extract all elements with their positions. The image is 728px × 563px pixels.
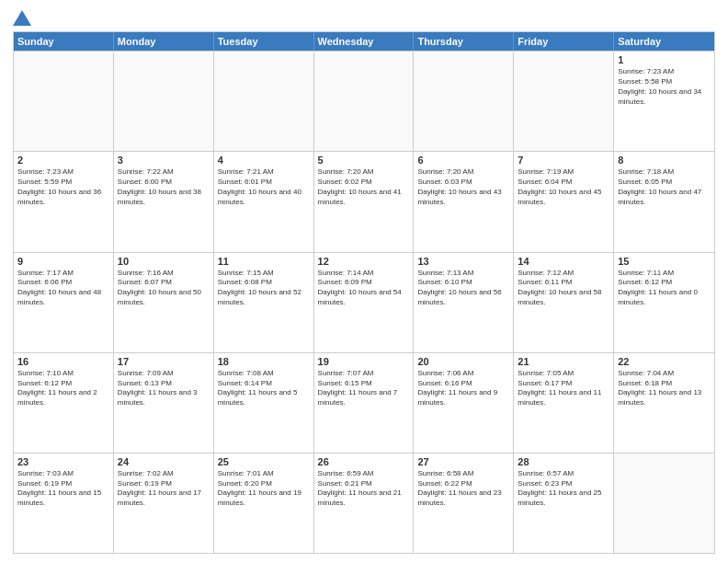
day-number: 9	[17, 256, 109, 267]
day-info: Sunrise: 7:13 AM Sunset: 6:10 PM Dayligh…	[417, 269, 509, 308]
day-number: 12	[318, 256, 410, 267]
calendar-cell-3-1: 9Sunrise: 7:17 AM Sunset: 6:06 PM Daylig…	[14, 253, 114, 352]
calendar-cell-5-2: 24Sunrise: 7:02 AM Sunset: 6:19 PM Dayli…	[114, 454, 214, 553]
day-number: 5	[318, 155, 410, 166]
calendar-cell-1-3	[214, 52, 314, 151]
day-number: 25	[218, 456, 310, 467]
day-number: 8	[618, 155, 711, 166]
day-number: 6	[417, 155, 509, 166]
weekday-header-saturday: Saturday	[614, 32, 714, 51]
calendar-cell-5-5: 27Sunrise: 6:58 AM Sunset: 6:22 PM Dayli…	[414, 454, 514, 553]
day-info: Sunrise: 7:22 AM Sunset: 6:00 PM Dayligh…	[118, 167, 210, 207]
calendar-cell-2-2: 3Sunrise: 7:22 AM Sunset: 6:00 PM Daylig…	[114, 152, 214, 251]
day-number: 14	[518, 256, 609, 267]
day-number: 22	[618, 356, 711, 367]
calendar-cell-4-7: 22Sunrise: 7:04 AM Sunset: 6:18 PM Dayli…	[614, 353, 714, 453]
calendar-cell-2-6: 7Sunrise: 7:19 AM Sunset: 6:04 PM Daylig…	[514, 152, 614, 251]
page: SundayMondayTuesdayWednesdayThursdayFrid…	[0, 0, 728, 563]
day-info: Sunrise: 7:11 AM Sunset: 6:12 PM Dayligh…	[618, 269, 711, 308]
weekday-header-wednesday: Wednesday	[314, 32, 415, 51]
day-info: Sunrise: 7:18 AM Sunset: 6:05 PM Dayligh…	[618, 167, 711, 207]
calendar-row-1: 1Sunrise: 7:23 AM Sunset: 5:58 PM Daylig…	[14, 51, 714, 151]
calendar-cell-2-5: 6Sunrise: 7:20 AM Sunset: 6:03 PM Daylig…	[414, 152, 514, 251]
day-info: Sunrise: 7:08 AM Sunset: 6:14 PM Dayligh…	[218, 369, 310, 408]
day-info: Sunrise: 6:58 AM Sunset: 6:22 PM Dayligh…	[417, 469, 509, 509]
day-number: 7	[518, 155, 609, 166]
calendar-cell-4-2: 17Sunrise: 7:09 AM Sunset: 6:13 PM Dayli…	[114, 353, 214, 453]
calendar-cell-5-4: 26Sunrise: 6:59 AM Sunset: 6:21 PM Dayli…	[314, 454, 415, 553]
day-number: 15	[618, 256, 711, 267]
day-number: 18	[218, 356, 310, 367]
day-info: Sunrise: 7:01 AM Sunset: 6:20 PM Dayligh…	[218, 469, 310, 509]
day-number: 16	[17, 356, 109, 367]
day-number: 10	[118, 256, 210, 267]
day-info: Sunrise: 7:06 AM Sunset: 6:16 PM Dayligh…	[417, 369, 509, 408]
calendar-body: 1Sunrise: 7:23 AM Sunset: 5:58 PM Daylig…	[14, 51, 714, 553]
calendar-cell-5-3: 25Sunrise: 7:01 AM Sunset: 6:20 PM Dayli…	[214, 454, 314, 553]
calendar-cell-5-7	[614, 454, 714, 553]
day-number: 21	[518, 356, 609, 367]
day-number: 24	[118, 456, 210, 467]
day-info: Sunrise: 6:57 AM Sunset: 6:23 PM Dayligh…	[518, 469, 609, 509]
calendar-row-4: 16Sunrise: 7:10 AM Sunset: 6:12 PM Dayli…	[14, 352, 714, 453]
day-info: Sunrise: 6:59 AM Sunset: 6:21 PM Dayligh…	[318, 469, 410, 509]
calendar: SundayMondayTuesdayWednesdayThursdayFrid…	[13, 31, 715, 554]
calendar-cell-4-4: 19Sunrise: 7:07 AM Sunset: 6:15 PM Dayli…	[314, 353, 415, 453]
day-number: 28	[518, 456, 609, 467]
day-info: Sunrise: 7:05 AM Sunset: 6:17 PM Dayligh…	[518, 369, 609, 408]
day-info: Sunrise: 7:15 AM Sunset: 6:08 PM Dayligh…	[218, 269, 310, 308]
day-number: 1	[618, 54, 711, 65]
calendar-cell-3-7: 15Sunrise: 7:11 AM Sunset: 6:12 PM Dayli…	[614, 253, 714, 352]
calendar-cell-2-7: 8Sunrise: 7:18 AM Sunset: 6:05 PM Daylig…	[614, 152, 714, 251]
day-info: Sunrise: 7:20 AM Sunset: 6:03 PM Dayligh…	[417, 167, 509, 207]
day-number: 20	[417, 356, 509, 367]
calendar-cell-3-6: 14Sunrise: 7:12 AM Sunset: 6:11 PM Dayli…	[514, 253, 614, 352]
calendar-cell-3-5: 13Sunrise: 7:13 AM Sunset: 6:10 PM Dayli…	[414, 253, 514, 352]
day-number: 26	[318, 456, 410, 467]
day-info: Sunrise: 7:03 AM Sunset: 6:19 PM Dayligh…	[17, 469, 109, 509]
day-number: 3	[118, 155, 210, 166]
day-number: 19	[318, 356, 410, 367]
calendar-cell-1-1	[14, 52, 114, 151]
day-info: Sunrise: 7:20 AM Sunset: 6:02 PM Dayligh…	[318, 167, 410, 207]
logo	[13, 9, 33, 26]
day-info: Sunrise: 7:16 AM Sunset: 6:07 PM Dayligh…	[118, 269, 210, 308]
logo-icon	[13, 9, 31, 26]
day-number: 2	[17, 155, 109, 166]
calendar-cell-2-1: 2Sunrise: 7:23 AM Sunset: 5:59 PM Daylig…	[14, 152, 114, 251]
day-number: 13	[417, 256, 509, 267]
calendar-cell-1-6	[514, 52, 614, 151]
weekday-header-monday: Monday	[114, 32, 214, 51]
day-info: Sunrise: 7:14 AM Sunset: 6:09 PM Dayligh…	[318, 269, 410, 308]
weekday-header-sunday: Sunday	[14, 32, 114, 51]
day-info: Sunrise: 7:17 AM Sunset: 6:06 PM Dayligh…	[17, 269, 109, 308]
weekday-header-tuesday: Tuesday	[214, 32, 314, 51]
day-info: Sunrise: 7:04 AM Sunset: 6:18 PM Dayligh…	[618, 369, 711, 408]
day-info: Sunrise: 7:10 AM Sunset: 6:12 PM Dayligh…	[17, 369, 109, 408]
day-number: 11	[218, 256, 310, 267]
calendar-cell-5-1: 23Sunrise: 7:03 AM Sunset: 6:19 PM Dayli…	[14, 454, 114, 553]
calendar-cell-1-7: 1Sunrise: 7:23 AM Sunset: 5:58 PM Daylig…	[614, 52, 714, 151]
calendar-cell-4-3: 18Sunrise: 7:08 AM Sunset: 6:14 PM Dayli…	[214, 353, 314, 453]
day-info: Sunrise: 7:23 AM Sunset: 5:58 PM Dayligh…	[618, 67, 711, 107]
weekday-header-friday: Friday	[514, 32, 614, 51]
calendar-cell-1-5	[414, 52, 514, 151]
calendar-cell-2-3: 4Sunrise: 7:21 AM Sunset: 6:01 PM Daylig…	[214, 152, 314, 251]
weekday-header-thursday: Thursday	[414, 32, 514, 51]
calendar-cell-4-1: 16Sunrise: 7:10 AM Sunset: 6:12 PM Dayli…	[14, 353, 114, 453]
calendar-cell-5-6: 28Sunrise: 6:57 AM Sunset: 6:23 PM Dayli…	[514, 454, 614, 553]
day-info: Sunrise: 7:07 AM Sunset: 6:15 PM Dayligh…	[318, 369, 410, 408]
day-number: 17	[118, 356, 210, 367]
day-number: 27	[417, 456, 509, 467]
calendar-header: SundayMondayTuesdayWednesdayThursdayFrid…	[14, 32, 714, 51]
day-info: Sunrise: 7:09 AM Sunset: 6:13 PM Dayligh…	[118, 369, 210, 408]
day-info: Sunrise: 7:19 AM Sunset: 6:04 PM Dayligh…	[518, 167, 609, 207]
calendar-cell-1-4	[314, 52, 415, 151]
day-number: 23	[17, 456, 109, 467]
day-info: Sunrise: 7:02 AM Sunset: 6:19 PM Dayligh…	[118, 469, 210, 509]
calendar-row-5: 23Sunrise: 7:03 AM Sunset: 6:19 PM Dayli…	[14, 453, 714, 553]
calendar-row-3: 9Sunrise: 7:17 AM Sunset: 6:06 PM Daylig…	[14, 252, 714, 352]
calendar-row-2: 2Sunrise: 7:23 AM Sunset: 5:59 PM Daylig…	[14, 151, 714, 251]
calendar-cell-3-3: 11Sunrise: 7:15 AM Sunset: 6:08 PM Dayli…	[214, 253, 314, 352]
logo-triangle	[13, 10, 31, 26]
